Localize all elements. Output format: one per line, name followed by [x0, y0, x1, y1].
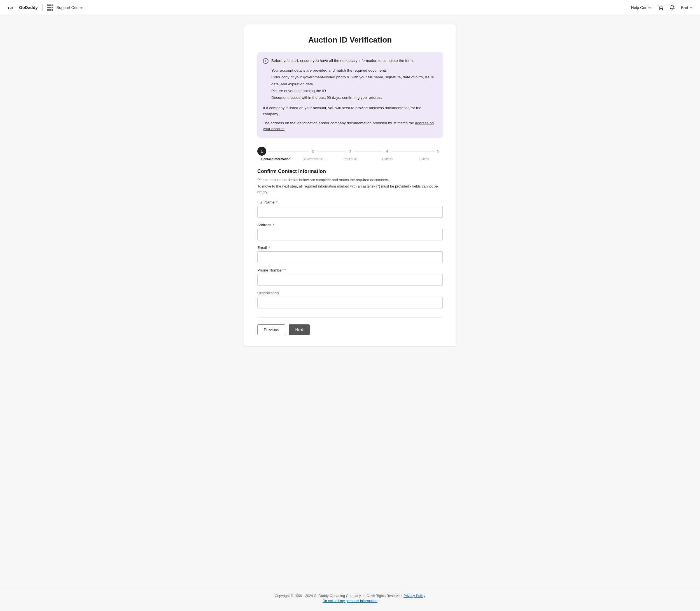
account-details-link[interactable]: Your account details — [271, 68, 305, 73]
step-item-1: 2Government ID — [294, 147, 331, 161]
step-label-4: Submit — [420, 157, 429, 161]
user-name: Bart — [681, 5, 688, 10]
notification-icon[interactable] — [669, 4, 675, 11]
list-item: Picture of yourself holding the ID — [271, 88, 436, 94]
step-item-2: 3Proof of ID — [332, 147, 368, 161]
page-title: Auction ID Verification — [257, 35, 443, 45]
form-label-organization: Organization — [257, 291, 443, 295]
form-label-full_name: Full Name * — [257, 200, 443, 204]
logo-area: GD GoDaddy — [7, 2, 38, 13]
form-desc1: Please ensure the details below are comp… — [257, 177, 443, 183]
para2-after: . — [285, 127, 286, 131]
step-item-0: 1Contact Information — [257, 147, 294, 161]
svg-point-3 — [662, 9, 663, 10]
list-item: Your account details are provided and ma… — [271, 67, 436, 74]
step-item-3: 4Address — [368, 147, 406, 161]
info-box: i Before you start, ensure you have all … — [257, 53, 443, 138]
input-organization[interactable] — [257, 297, 443, 309]
form-area: Confirm Contact Information Please ensur… — [257, 168, 443, 335]
step-line-right-0 — [266, 151, 294, 151]
svg-point-2 — [660, 9, 660, 10]
step-circle-0: 1 — [257, 147, 266, 155]
step-line-left-3 — [368, 151, 382, 151]
grid-icon[interactable] — [47, 4, 53, 11]
header-divider — [42, 4, 43, 11]
form-group-email: Email * — [257, 245, 443, 263]
cart-icon[interactable] — [657, 4, 663, 11]
step-line-left-1 — [294, 151, 308, 151]
info-box-header: i Before you start, ensure you have all … — [263, 58, 436, 64]
step-line-right-1 — [318, 151, 332, 151]
step-item-4: 5Submit — [406, 147, 443, 161]
form-section-title: Confirm Contact Information — [257, 168, 443, 174]
list-item: Color copy of your government-issued pho… — [271, 74, 436, 88]
para2-before: The address on the identification and/or… — [263, 121, 415, 125]
form-label-phone_number: Phone Number * — [257, 268, 443, 272]
step-circle-1: 2 — [309, 147, 318, 155]
step-line-right-3 — [391, 151, 406, 151]
step-line-left-4 — [406, 151, 434, 151]
form-desc2: To move to the next step, all required i… — [257, 184, 443, 195]
step-label-0: Contact Information — [261, 157, 291, 161]
help-center-link[interactable]: Help Center — [631, 5, 652, 10]
header-right: Help Center Bart — [631, 4, 693, 11]
chevron-down-icon — [689, 5, 693, 10]
svg-text:GD: GD — [8, 6, 13, 10]
main-content: Auction ID Verification i Before you sta… — [0, 15, 700, 588]
info-box-para2: The address on the identification and/or… — [263, 120, 436, 132]
do-not-sell-link[interactable]: Do not sell my personal information — [323, 599, 377, 603]
input-full_name[interactable] — [257, 206, 443, 218]
form-label-address: Address * — [257, 223, 443, 227]
info-list: Your account details are provided and ma… — [263, 67, 436, 101]
step-line-right-2 — [354, 151, 368, 151]
next-button[interactable]: Next — [289, 324, 310, 335]
footer: Copyright © 1999 - 2024 GoDaddy Operatin… — [0, 588, 700, 608]
step-circle-2: 3 — [346, 147, 354, 155]
step-line-left-2 — [332, 151, 346, 151]
main-card: Auction ID Verification i Before you sta… — [244, 24, 456, 346]
required-star-email: * — [267, 245, 270, 250]
user-menu[interactable]: Bart — [681, 5, 693, 10]
info-box-intro: Before you start, ensure you have all th… — [271, 58, 414, 63]
logo-text: GoDaddy — [19, 5, 38, 10]
input-phone_number[interactable] — [257, 274, 443, 286]
step-label-1: Government ID — [302, 157, 323, 161]
form-group-organization: Organization — [257, 291, 443, 309]
required-star-phone_number: * — [283, 268, 286, 272]
form-fields: Full Name *Address *Email *Phone Number … — [257, 200, 443, 309]
list-item: Document issued within the past 90 days,… — [271, 94, 436, 101]
header-left: GD GoDaddy Support Center — [7, 2, 83, 13]
info-icon: i — [263, 58, 268, 64]
input-address[interactable] — [257, 229, 443, 240]
step-circle-3: 4 — [382, 147, 391, 155]
button-row: Previous Next — [257, 317, 443, 335]
step-label-3: Address — [381, 157, 393, 161]
input-email[interactable] — [257, 251, 443, 263]
info-box-para1: If a company is listed on your account, … — [263, 105, 436, 117]
step-label-2: Proof of ID — [343, 157, 358, 161]
footer-line2: Do not sell my personal information — [4, 599, 696, 603]
form-group-address: Address * — [257, 223, 443, 240]
previous-button[interactable]: Previous — [257, 324, 285, 335]
required-star-address: * — [272, 223, 274, 227]
footer-copyright: Copyright © 1999 - 2024 GoDaddy Operatin… — [4, 594, 696, 598]
header: GD GoDaddy Support Center Help Center — [0, 0, 700, 15]
form-group-full_name: Full Name * — [257, 200, 443, 218]
godaddy-logo-icon: GD — [7, 2, 17, 13]
support-center-label: Support Center — [57, 5, 83, 10]
required-star-full_name: * — [275, 200, 278, 204]
copyright-text: Copyright © 1999 - 2024 GoDaddy Operatin… — [275, 594, 402, 598]
step-circle-4: 5 — [434, 147, 443, 155]
form-label-email: Email * — [257, 245, 443, 250]
form-group-phone_number: Phone Number * — [257, 268, 443, 286]
stepper: 1Contact Information2Government ID3Proof… — [257, 147, 443, 161]
privacy-policy-link[interactable]: Privacy Policy — [404, 594, 425, 598]
